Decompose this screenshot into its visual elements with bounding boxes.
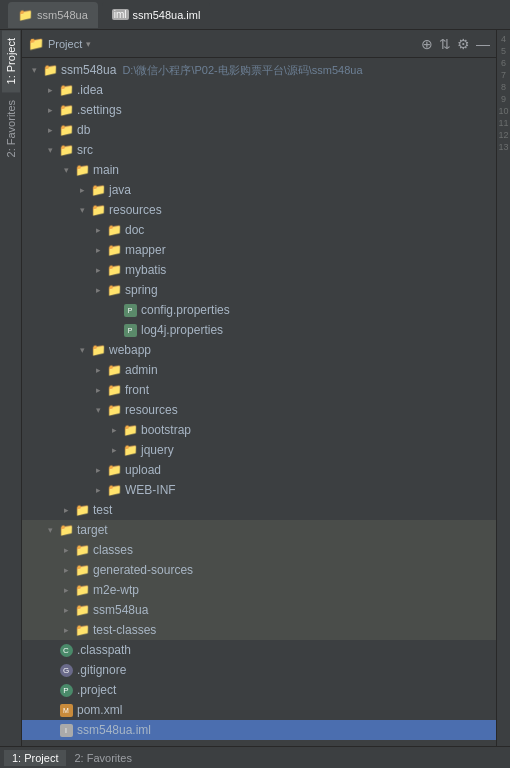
properties-config-icon: P — [122, 302, 138, 318]
list-item[interactable]: 📁 upload — [22, 460, 496, 480]
list-item[interactable]: 📁 db — [22, 120, 496, 140]
list-item[interactable]: P log4j.properties — [22, 320, 496, 340]
tree-area[interactable]: 📁 ssm548ua D:\微信小程序\P02-电影购票平台\源码\ssm548… — [22, 58, 496, 746]
label-ssm548ua2: ssm548ua — [93, 603, 148, 617]
list-item[interactable]: 📁 java — [22, 180, 496, 200]
folder-webinf-icon: 📁 — [106, 482, 122, 498]
list-item[interactable]: 📁 target — [22, 520, 496, 540]
label-mybatis: mybatis — [125, 263, 166, 277]
list-item[interactable]: 📁 test-classes — [22, 620, 496, 640]
list-item[interactable]: 📁 webapp — [22, 340, 496, 360]
folder-test-icon: 📁 — [74, 502, 90, 518]
panel-header-icons: ⊕ ⇅ ⚙ — — [421, 37, 490, 51]
globe-icon[interactable]: ⊕ — [421, 37, 433, 51]
label-main: main — [93, 163, 119, 177]
arrow-settings — [42, 100, 58, 120]
list-item[interactable]: 📁 main — [22, 160, 496, 180]
arrow-classpath — [42, 640, 58, 660]
arrow-mybatis — [90, 260, 106, 280]
project-panel: 📁 Project ▾ ⊕ ⇅ ⚙ — 📁 ssm548ua D:\微信小程序\… — [22, 30, 496, 746]
list-item[interactable]: C .classpath — [22, 640, 496, 660]
sidebar-item-project[interactable]: 1: Project — [2, 30, 20, 92]
label-target: target — [77, 523, 108, 537]
list-item[interactable]: G .gitignore — [22, 660, 496, 680]
list-item[interactable]: 📁 resources — [22, 400, 496, 420]
arrow-testclasses — [58, 620, 74, 640]
xml-icon: M — [58, 702, 74, 718]
label-log4j: log4j.properties — [141, 323, 223, 337]
folder-upload-icon: 📁 — [106, 462, 122, 478]
list-item[interactable]: M pom.xml — [22, 700, 496, 720]
sidebar-item-favorites[interactable]: 2: Favorites — [2, 92, 20, 165]
list-item[interactable]: 📁 generated-sources — [22, 560, 496, 580]
marker-6: 6 — [501, 58, 506, 68]
folder-java-icon: 📁 — [90, 182, 106, 198]
iml-file-icon: I — [58, 722, 74, 738]
project-icon: 📁 — [18, 8, 33, 22]
arrow-config — [106, 300, 122, 320]
marker-7: 7 — [501, 70, 506, 80]
tab-ssm548ua[interactable]: 📁 ssm548ua — [8, 2, 98, 28]
root-arrow — [26, 60, 42, 80]
bottom-tab-favorites[interactable]: 2: Favorites — [66, 750, 139, 766]
folder-front-icon: 📁 — [106, 382, 122, 398]
folder-bootstrap-icon: 📁 — [122, 422, 138, 438]
list-item[interactable]: P .project — [22, 680, 496, 700]
list-item[interactable]: 📁 .settings — [22, 100, 496, 120]
panel-header-title[interactable]: 📁 Project ▾ — [28, 36, 91, 51]
arrow-log4j — [106, 320, 122, 340]
list-item[interactable]: 📁 .idea — [22, 80, 496, 100]
list-item[interactable]: 📁 front — [22, 380, 496, 400]
panel-header: 📁 Project ▾ ⊕ ⇅ ⚙ — — [22, 30, 496, 58]
list-item[interactable]: P config.properties — [22, 300, 496, 320]
folder-src-icon: 📁 — [58, 142, 74, 158]
label-jquery: jquery — [141, 443, 174, 457]
folder-generated-icon: 📁 — [74, 562, 90, 578]
project-file-icon: P — [58, 682, 74, 698]
list-item[interactable]: 📁 jquery — [22, 440, 496, 460]
folder-mapper-icon: 📁 — [106, 242, 122, 258]
list-item[interactable]: I ssm548ua.iml — [22, 720, 496, 740]
arrow-main — [58, 160, 74, 180]
list-item[interactable]: 📁 doc — [22, 220, 496, 240]
panel-title-label: Project — [48, 38, 82, 50]
list-item[interactable]: 📁 spring — [22, 280, 496, 300]
list-item[interactable]: 📁 ssm548ua — [22, 600, 496, 620]
list-item[interactable]: 📁 m2e-wtp — [22, 580, 496, 600]
arrow-m2ewtp — [58, 580, 74, 600]
label-src: src — [77, 143, 93, 157]
bottom-tab-project[interactable]: 1: Project — [4, 750, 66, 766]
list-item[interactable]: 📁 mapper — [22, 240, 496, 260]
folder-res2-icon: 📁 — [106, 402, 122, 418]
arrow-mapper — [90, 240, 106, 260]
expand-icon[interactable]: ⇅ — [439, 37, 451, 51]
tab-iml[interactable]: iml ssm548ua.iml — [102, 2, 211, 28]
arrow-test — [58, 500, 74, 520]
label-config: config.properties — [141, 303, 230, 317]
list-item[interactable]: 📁 mybatis — [22, 260, 496, 280]
list-item[interactable]: 📁 admin — [22, 360, 496, 380]
arrow-jquery — [106, 440, 122, 460]
tree-root[interactable]: 📁 ssm548ua D:\微信小程序\P02-电影购票平台\源码\ssm548… — [22, 60, 496, 80]
list-item[interactable]: 📁 classes — [22, 540, 496, 560]
properties-log4j-icon: P — [122, 322, 138, 338]
marker-9: 9 — [501, 94, 506, 104]
folder-idea-icon: 📁 — [58, 82, 74, 98]
label-front: front — [125, 383, 149, 397]
arrow-project — [42, 680, 58, 700]
label-webapp: webapp — [109, 343, 151, 357]
gear-icon[interactable]: ⚙ — [457, 37, 470, 51]
folder-spring-icon: 📁 — [106, 282, 122, 298]
marker-12: 12 — [498, 130, 508, 140]
arrow-db — [42, 120, 58, 140]
arrow-src — [42, 140, 58, 160]
list-item[interactable]: 📁 WEB-INF — [22, 480, 496, 500]
list-item[interactable]: 📁 bootstrap — [22, 420, 496, 440]
label-upload: upload — [125, 463, 161, 477]
label-java: java — [109, 183, 131, 197]
list-item[interactable]: 📁 src — [22, 140, 496, 160]
hide-icon[interactable]: — — [476, 37, 490, 51]
list-item[interactable]: 📁 resources — [22, 200, 496, 220]
list-item[interactable]: 📁 test — [22, 500, 496, 520]
marker-8: 8 — [501, 82, 506, 92]
